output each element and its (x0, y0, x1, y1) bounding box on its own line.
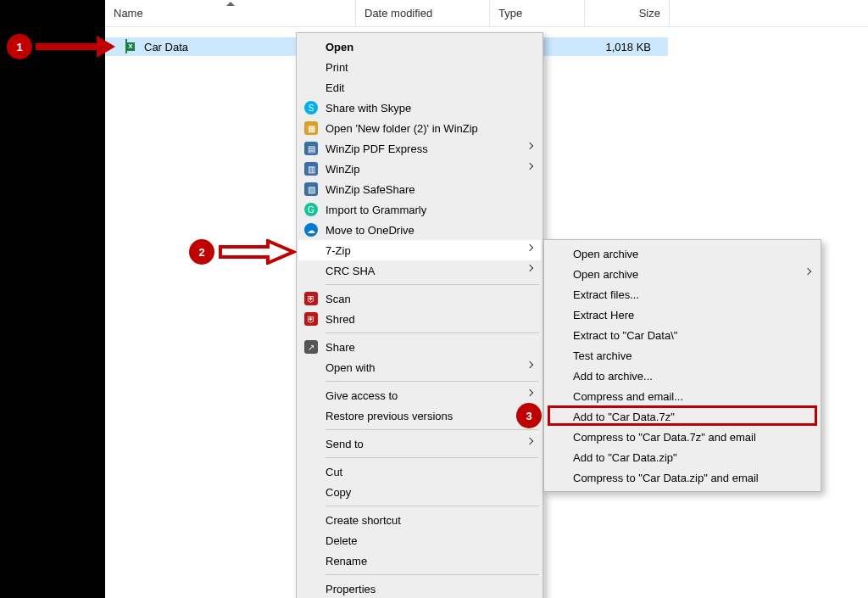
mcafee-icon: ⛨ (303, 291, 319, 306)
callout-badge-1: 1 (7, 34, 32, 59)
header-type[interactable]: Type (490, 0, 585, 27)
submenu-arrow-icon (526, 143, 533, 149)
header-date[interactable]: Date modified (356, 0, 490, 27)
context-menu-item[interactable]: Rename (298, 550, 541, 571)
skype-icon: S (303, 100, 319, 115)
context-menu-item[interactable]: Send to (298, 433, 541, 454)
seven-zip-item[interactable]: Open archive (546, 243, 819, 264)
context-menu-item[interactable]: ▦Open 'New folder (2)' in WinZip (298, 118, 541, 138)
menu-item-label: Restore previous versions (326, 410, 517, 422)
header-type-label: Type (498, 7, 522, 20)
context-menu-item[interactable]: Properties (298, 578, 541, 598)
menu-separator (326, 506, 539, 506)
menu-item-label: Rename (326, 555, 517, 567)
seven-zip-item[interactable]: Extract Here (546, 305, 819, 325)
context-menu-item[interactable]: ▤WinZip PDF Express (298, 138, 541, 159)
seven-zip-item[interactable]: Add to archive... (546, 366, 819, 386)
context-menu-item[interactable]: ⛨Shred (298, 309, 541, 329)
header-name[interactable]: Name (105, 0, 356, 27)
menu-item-label: Copy (326, 486, 517, 499)
callout-badge-3: 3 (516, 403, 542, 428)
context-menu-item[interactable]: Copy (298, 482, 541, 502)
context-menu-item[interactable]: ⛨Scan (298, 288, 541, 309)
context-menu-item[interactable]: Print (298, 57, 541, 77)
menu-item-label: Open with (326, 361, 517, 374)
context-menu-item[interactable]: Open (298, 36, 541, 57)
context-menu-item[interactable]: Edit (298, 77, 541, 98)
menu-item-label: Open (326, 41, 517, 53)
sort-ascending-icon (226, 2, 235, 6)
context-menu-item[interactable]: GImport to Grammarly (298, 199, 541, 220)
share-icon: ↗ (303, 339, 319, 355)
file-size: 1,018 KB (588, 41, 656, 53)
menu-item-label: WinZip SafeShare (326, 183, 517, 196)
menu-item-label: Edit (326, 81, 517, 94)
submenu-arrow-icon (526, 389, 533, 396)
context-menu-item[interactable]: ↗Share (298, 337, 541, 357)
header-date-label: Date modified (364, 7, 432, 20)
context-menu-item[interactable]: Give access to (298, 385, 541, 405)
menu-item-label: Cut (326, 466, 517, 478)
menu-item-label: Delete (326, 534, 517, 547)
submenu-arrow-icon (804, 268, 811, 275)
menu-separator (326, 333, 539, 333)
seven-zip-item[interactable]: Add to "Car Data.zip" (546, 447, 819, 467)
onedrive-icon: ☁ (303, 222, 319, 238)
seven-zip-item[interactable]: Compress to "Car Data.7z" and email (546, 427, 819, 447)
menu-item-label: Share (326, 341, 517, 354)
menu-separator (326, 381, 539, 382)
menu-item-label: Properties (326, 583, 517, 595)
menu-item-label: Compress to "Car Data.zip" and email (573, 472, 795, 484)
menu-separator (326, 284, 539, 285)
seven-zip-item[interactable]: Extract files... (546, 284, 819, 305)
submenu-arrow-icon (526, 361, 533, 368)
menu-item-label: Import to Grammarly (326, 204, 517, 216)
menu-item-label: Extract to "Car Data\" (573, 329, 795, 342)
context-menu-item[interactable]: Restore previous versions (298, 405, 541, 426)
menu-separator (326, 457, 539, 458)
header-size[interactable]: Size (585, 0, 670, 27)
menu-item-label: Open archive (573, 248, 795, 260)
seven-zip-item[interactable]: Compress to "Car Data.zip" and email (546, 467, 819, 488)
winzip-folder-icon: ▦ (303, 120, 319, 136)
context-menu-item[interactable]: Open with (298, 357, 541, 377)
seven-zip-item[interactable]: Compress and email... (546, 386, 819, 406)
context-menu-item[interactable]: ▧WinZip SafeShare (298, 179, 541, 199)
context-menu-item[interactable]: SShare with Skype (298, 98, 541, 118)
callout-1-text: 1 (16, 41, 22, 53)
context-menu[interactable]: OpenPrintEditSShare with Skype▦Open 'New… (296, 32, 543, 598)
context-menu-item[interactable]: ▥WinZip (298, 159, 541, 179)
menu-item-label: Create shortcut (326, 514, 517, 527)
submenu-arrow-icon (526, 265, 533, 271)
menu-item-label: Extract files... (573, 288, 795, 301)
menu-item-label: Extract Here (573, 309, 795, 321)
submenu-arrow-icon (526, 244, 533, 251)
menu-item-label: Add to "Car Data.zip" (573, 451, 795, 464)
menu-item-label: Print (326, 61, 517, 74)
callout-3-text: 3 (526, 410, 531, 422)
header-size-label: Size (639, 7, 660, 20)
menu-item-label: Share with Skype (326, 102, 517, 115)
context-menu-item[interactable]: ☁Move to OneDrive (298, 220, 541, 240)
callout-2-text: 2 (198, 246, 204, 259)
pdf-icon: ▤ (303, 141, 319, 156)
seven-zip-item[interactable]: Open archive (546, 264, 819, 284)
menu-item-label: Add to archive... (573, 370, 795, 383)
header-name-label: Name (114, 7, 143, 20)
winzip-icon: ▥ (303, 161, 319, 176)
menu-item-label: Compress and email... (573, 390, 795, 403)
context-menu-item[interactable]: 7-Zip (298, 240, 541, 260)
seven-zip-item[interactable]: Extract to "Car Data\" (546, 325, 819, 345)
context-menu-item[interactable]: Cut (298, 461, 541, 482)
context-menu-item[interactable]: CRC SHA (298, 260, 541, 281)
seven-zip-submenu[interactable]: Open archiveOpen archiveExtract files...… (543, 239, 821, 492)
menu-item-label: WinZip (326, 163, 517, 176)
menu-item-label: Open archive (573, 268, 795, 281)
callout-highlight-box-3 (548, 405, 817, 426)
seven-zip-item[interactable]: Test archive (546, 345, 819, 366)
context-menu-item[interactable]: Create shortcut (298, 510, 541, 530)
context-menu-item[interactable]: Delete (298, 530, 541, 550)
menu-item-label: WinZip PDF Express (326, 143, 517, 155)
menu-item-label: Compress to "Car Data.7z" and email (573, 431, 795, 444)
excel-file-icon: X (125, 40, 139, 53)
